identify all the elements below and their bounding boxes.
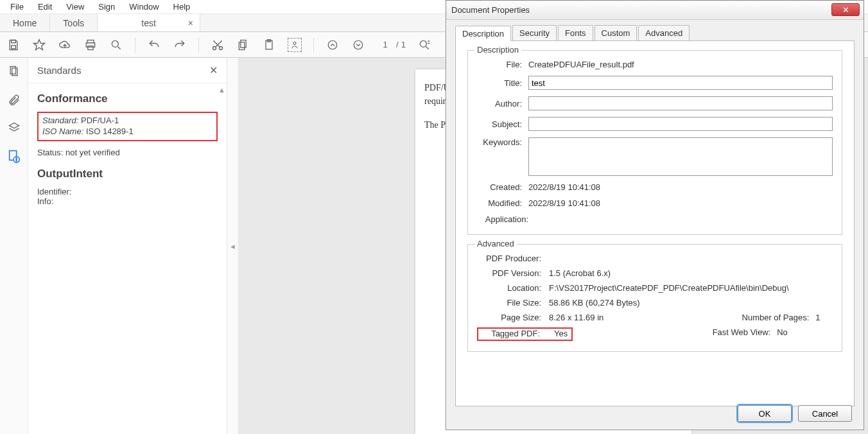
toolbar-separator <box>135 37 135 53</box>
svg-point-18 <box>354 40 363 49</box>
version-label: PDF Version: <box>477 268 541 278</box>
page-thumbnails-icon[interactable] <box>7 64 21 78</box>
tab-security[interactable]: Security <box>512 25 557 40</box>
svg-marker-25 <box>9 123 19 128</box>
toolbar-separator <box>198 37 199 53</box>
iso-value: ISO 14289-1 <box>86 126 134 136</box>
pagesize-value: 8.26 x 11.69 in <box>549 313 603 322</box>
close-tab-icon[interactable]: × <box>188 18 193 28</box>
author-input[interactable] <box>528 96 833 110</box>
left-rail: i <box>0 58 28 434</box>
tab-custom[interactable]: Custom <box>595 25 638 40</box>
current-page-input[interactable] <box>377 40 394 49</box>
version-value: 1.5 (Acrobat 6.x) <box>549 268 611 278</box>
created-value: 2022/8/19 10:41:08 <box>528 182 833 192</box>
menu-file[interactable]: File <box>4 1 30 13</box>
dialog-title: Document Properties <box>451 5 530 15</box>
identifier-label: Identifier: <box>37 187 218 196</box>
cut-icon[interactable] <box>211 38 225 52</box>
page-down-icon[interactable] <box>351 38 365 52</box>
description-fieldset: Description File:CreatePDFUAFile_result.… <box>467 50 842 235</box>
standard-label: Standard: <box>42 116 78 125</box>
svg-point-19 <box>420 40 426 47</box>
conformance-highlight: Standard: PDF/UA-1 ISO Name: ISO 14289-1 <box>37 112 218 141</box>
filesize-value: 58.86 KB (60,274 Bytes) <box>549 298 640 308</box>
producer-label: PDF Producer: <box>477 254 541 263</box>
find-icon[interactable] <box>417 38 431 52</box>
menu-sign[interactable]: Sign <box>92 1 121 13</box>
description-legend: Description <box>474 45 521 55</box>
menu-view[interactable]: View <box>60 1 91 13</box>
numpages-label: Number of Pages: <box>732 313 809 322</box>
svg-marker-2 <box>34 39 45 49</box>
standards-icon[interactable]: i <box>7 149 21 163</box>
svg-line-7 <box>118 46 121 49</box>
cancel-button[interactable]: Cancel <box>798 405 852 422</box>
file-label: File: <box>477 60 522 69</box>
ok-button[interactable]: OK <box>738 405 792 422</box>
svg-rect-5 <box>88 46 93 49</box>
svg-line-20 <box>426 46 428 49</box>
fastweb-label: Fast Web View: <box>693 327 770 341</box>
tagged-value: Yes <box>554 329 568 338</box>
panel-grip[interactable]: ◂ <box>227 58 239 434</box>
layers-icon[interactable] <box>7 121 21 135</box>
page-separator: / <box>396 40 399 49</box>
panel-title: Standards <box>37 65 81 76</box>
toolbar-separator <box>313 37 314 53</box>
menu-window[interactable]: Window <box>123 1 165 13</box>
fastweb-value: No <box>777 327 788 341</box>
advanced-legend: Advanced <box>474 239 517 248</box>
selection-tool-icon[interactable] <box>288 38 302 52</box>
dialog-close-button[interactable]: ✕ <box>831 3 860 16</box>
conformance-heading: Conformance <box>37 92 218 105</box>
application-label: Application: <box>477 214 528 224</box>
svg-rect-12 <box>241 40 246 48</box>
paste-icon[interactable] <box>262 38 276 52</box>
tab-tools[interactable]: Tools <box>50 14 98 31</box>
svg-rect-0 <box>12 40 16 42</box>
created-label: Created: <box>477 182 522 192</box>
subject-input[interactable] <box>528 117 833 131</box>
save-icon[interactable] <box>6 38 21 52</box>
dialog-titlebar[interactable]: Document Properties ✕ <box>446 1 864 20</box>
tab-fonts[interactable]: Fonts <box>558 25 593 40</box>
cloud-upload-icon[interactable] <box>58 38 72 52</box>
outputintent-heading: OutputIntent <box>37 168 218 180</box>
numpages-value: 1 <box>815 313 820 322</box>
print-icon[interactable] <box>83 38 98 52</box>
tab-description[interactable]: Description <box>455 26 511 41</box>
close-panel-icon[interactable]: ✕ <box>209 64 218 76</box>
svg-point-16 <box>293 42 296 44</box>
menu-edit[interactable]: Edit <box>31 1 58 13</box>
info-label: Info: <box>37 196 218 206</box>
document-properties-dialog: Document Properties ✕ Description Securi… <box>446 0 864 430</box>
copy-icon[interactable] <box>236 38 250 52</box>
zoom-icon[interactable] <box>109 38 123 52</box>
tab-document-label: test <box>141 18 156 28</box>
undo-icon[interactable] <box>147 38 161 52</box>
svg-rect-1 <box>12 45 16 48</box>
advanced-fieldset: Advanced PDF Producer: PDF Version:1.5 (… <box>467 244 842 352</box>
keywords-input[interactable] <box>528 137 833 176</box>
svg-rect-13 <box>239 42 244 49</box>
page-up-icon[interactable] <box>326 38 340 52</box>
star-icon[interactable] <box>32 38 46 52</box>
tab-home[interactable]: Home <box>0 14 50 31</box>
tab-advanced[interactable]: Advanced <box>638 25 690 40</box>
keywords-label: Keywords: <box>477 137 522 147</box>
tagged-pdf-highlight: Tagged PDF: Yes <box>477 327 573 341</box>
location-value: F:\VS2017Project\CreatePDF_PDF\CreatePDF… <box>549 283 789 293</box>
standard-value: PDF/UA-1 <box>81 116 119 125</box>
filesize-label: File Size: <box>477 298 541 308</box>
svg-point-17 <box>328 40 337 49</box>
scroll-up-icon[interactable]: ▲ <box>218 86 225 94</box>
author-label: Author: <box>477 99 522 108</box>
attachments-icon[interactable] <box>7 92 21 107</box>
menu-help[interactable]: Help <box>167 1 197 13</box>
svg-rect-23 <box>10 67 15 74</box>
redo-icon[interactable] <box>173 38 187 52</box>
tab-document[interactable]: test × <box>98 14 200 31</box>
title-input[interactable] <box>528 76 833 90</box>
page-indicator: / 1 <box>377 40 406 49</box>
